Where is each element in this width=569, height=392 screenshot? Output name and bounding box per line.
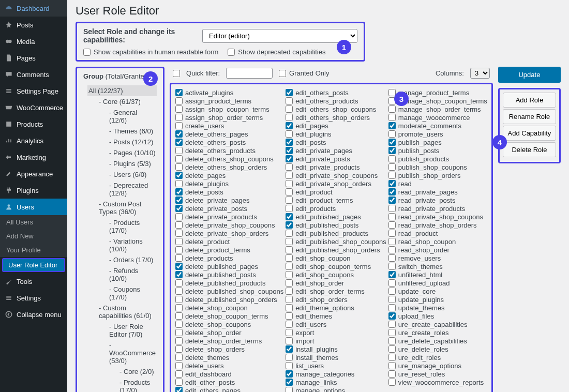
capability-create_users[interactable]: create_users — [175, 122, 283, 130]
capability-checkbox[interactable] — [175, 89, 183, 96]
capability-edit_private_products[interactable]: edit_private_products — [286, 163, 386, 171]
capability-edit_plugins[interactable]: edit_plugins — [286, 130, 386, 138]
sidebar-item-settings[interactable]: Settings — [0, 290, 67, 306]
capability-checkbox[interactable] — [286, 379, 293, 386]
capability-install_plugins[interactable]: install_plugins — [286, 345, 386, 353]
capability-checkbox[interactable] — [388, 114, 396, 121]
capability-assign_shop_coupon_terms[interactable]: assign_shop_coupon_terms — [175, 105, 283, 113]
capability-delete_published_shop_orders[interactable]: delete_published_shop_orders — [175, 295, 283, 304]
capability-delete_others_posts[interactable]: delete_others_posts — [175, 138, 283, 146]
capability-edit_published_shop_coupons[interactable]: edit_published_shop_coupons — [286, 237, 386, 246]
capability-checkbox[interactable] — [286, 105, 293, 113]
capability-checkbox[interactable] — [175, 288, 183, 295]
sidebar-item-plugins[interactable]: Plugins — [0, 182, 67, 199]
capability-checkbox[interactable] — [286, 130, 293, 138]
capability-update_core[interactable]: update_core — [388, 287, 487, 295]
capability-checkbox[interactable] — [175, 329, 183, 336]
capability-read_product[interactable]: read_product — [388, 229, 487, 237]
group-tree-item[interactable]: - Core (2/0) — [118, 366, 157, 377]
capability-checkbox[interactable] — [286, 238, 293, 245]
sidebar-item-posts[interactable]: Posts — [0, 17, 67, 33]
capability-checkbox[interactable] — [388, 279, 396, 287]
group-tree-item[interactable]: - User Role Editor (7/0) — [108, 321, 157, 340]
capability-checkbox[interactable] — [175, 263, 183, 270]
capability-delete_shop_order[interactable]: delete_shop_order — [175, 328, 283, 337]
capability-checkbox[interactable] — [286, 263, 293, 270]
group-tree-item[interactable]: - Users (6/0) — [108, 169, 157, 180]
capability-checkbox[interactable] — [286, 304, 293, 311]
capability-edit_others_posts[interactable]: edit_others_posts — [286, 88, 386, 97]
capability-checkbox[interactable] — [286, 387, 293, 392]
capability-remove_users[interactable]: remove_users — [388, 254, 487, 262]
capability-unfiltered_html[interactable]: unfiltered_html — [388, 270, 487, 279]
capability-edit_others_shop_coupons[interactable]: edit_others_shop_coupons — [286, 105, 386, 113]
capability-checkbox[interactable] — [286, 354, 293, 361]
capability-edit_private_shop_coupons[interactable]: edit_private_shop_coupons — [286, 171, 386, 179]
capability-delete_published_shop_coupons[interactable]: delete_published_shop_coupons — [175, 287, 283, 295]
capability-checkbox[interactable] — [175, 279, 183, 287]
sidebar-sub-all-users[interactable]: All Users — [0, 215, 67, 229]
deprecated-checkbox-label[interactable]: Show deprecated capabilities — [228, 48, 325, 56]
capability-checkbox[interactable] — [286, 370, 293, 378]
rename-role-button[interactable]: Rename Role — [503, 109, 556, 124]
sidebar-item-media[interactable]: Media — [0, 33, 67, 50]
add-role-button[interactable]: Add Role — [503, 93, 556, 108]
capability-delete_shop_order_terms[interactable]: delete_shop_order_terms — [175, 337, 283, 345]
capability-checkbox[interactable] — [388, 197, 396, 204]
capability-checkbox[interactable] — [286, 321, 293, 328]
capability-publish_pages[interactable]: publish_pages — [388, 138, 487, 146]
capability-manage_options[interactable]: manage_options — [286, 386, 386, 392]
group-tree-item[interactable]: - Custom capabilities (61/0) — [98, 303, 157, 321]
capability-delete_themes[interactable]: delete_themes — [175, 353, 283, 361]
capability-checkbox[interactable] — [175, 180, 183, 187]
capability-import[interactable]: import — [286, 337, 386, 345]
group-tree-item[interactable]: - Orders (17/0) — [108, 254, 157, 265]
capability-checkbox[interactable] — [175, 155, 183, 162]
capability-manage_categories[interactable]: manage_categories — [286, 370, 386, 378]
capability-checkbox[interactable] — [286, 188, 293, 195]
capability-view_woocommerce_reports[interactable]: view_woocommerce_reports — [388, 378, 487, 386]
deprecated-checkbox[interactable] — [228, 49, 235, 56]
capability-edit_users[interactable]: edit_users — [286, 320, 386, 328]
capability-edit_product_terms[interactable]: edit_product_terms — [286, 196, 386, 204]
sidebar-sub-user-role-editor[interactable]: User Role Editor — [2, 258, 65, 272]
capability-checkbox[interactable] — [175, 197, 183, 204]
capability-checkbox[interactable] — [175, 362, 183, 369]
group-tree-item[interactable]: - Refunds (10/0) — [108, 265, 157, 284]
capability-checkbox[interactable] — [175, 221, 183, 229]
group-tree-item[interactable]: - Plugins (5/3) — [108, 158, 157, 169]
human-readable-checkbox-label[interactable]: Show capabilities in human readable form — [83, 48, 218, 56]
capability-checkbox[interactable] — [286, 147, 293, 154]
group-tree-item[interactable]: - Custom Post Types (36/0) — [98, 199, 157, 217]
sidebar-sub-add-new[interactable]: Add New — [0, 229, 67, 243]
capability-read_private_shop_coupons[interactable]: read_private_shop_coupons — [388, 213, 487, 221]
capability-delete_plugins[interactable]: delete_plugins — [175, 179, 283, 188]
human-readable-checkbox[interactable] — [83, 49, 91, 56]
capability-ure_edit_roles[interactable]: ure_edit_roles — [388, 353, 487, 361]
group-tree-item[interactable]: - General (12/6) — [108, 107, 157, 126]
capability-edit_shop_order[interactable]: edit_shop_order — [286, 279, 386, 287]
capability-checkbox[interactable] — [388, 288, 396, 295]
capability-checkbox[interactable] — [286, 97, 293, 104]
capability-checkbox[interactable] — [286, 172, 293, 179]
capability-checkbox[interactable] — [388, 312, 396, 320]
capability-checkbox[interactable] — [388, 147, 396, 154]
capability-checkbox[interactable] — [175, 238, 183, 245]
capability-checkbox[interactable] — [175, 304, 183, 311]
capability-edit_private_posts[interactable]: edit_private_posts — [286, 155, 386, 163]
capability-checkbox[interactable] — [388, 122, 396, 129]
capability-edit_private_shop_orders[interactable]: edit_private_shop_orders — [286, 179, 386, 188]
capability-edit_other_posts[interactable]: edit_other_posts — [175, 378, 283, 386]
sidebar-item-analytics[interactable]: Analytics — [0, 132, 67, 149]
capability-checkbox[interactable] — [388, 180, 396, 187]
capability-checkbox[interactable] — [388, 370, 396, 378]
granted-only-label[interactable]: Granted Only — [279, 69, 329, 77]
capability-checkbox[interactable] — [175, 188, 183, 195]
capability-checkbox[interactable] — [388, 354, 396, 361]
capability-edit_pages[interactable]: edit_pages — [286, 122, 386, 130]
update-button[interactable]: Update — [498, 67, 561, 83]
capability-edit_others_products[interactable]: edit_others_products — [286, 97, 386, 105]
capability-assign_shop_order_terms[interactable]: assign_shop_order_terms — [175, 113, 283, 122]
capability-checkbox[interactable] — [388, 271, 396, 278]
group-tree-item[interactable]: - Coupons (17/0) — [108, 284, 157, 303]
